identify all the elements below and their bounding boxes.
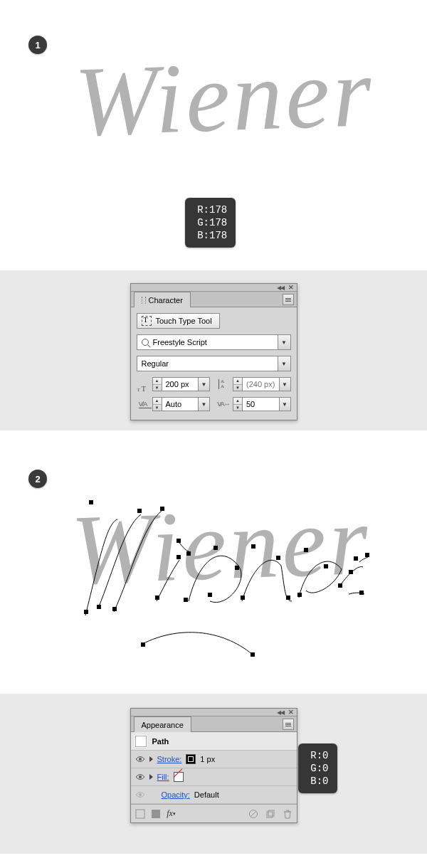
opacity-link[interactable]: Opacity: <box>162 790 190 799</box>
collapse-icon[interactable]: ◀◀ <box>277 285 284 291</box>
script-word: Wiener <box>73 34 376 159</box>
svg-rect-4 <box>152 810 160 818</box>
kerning-icon: V/A <box>137 398 149 411</box>
font-size-icon <box>137 378 149 391</box>
touch-type-icon <box>142 316 152 326</box>
disclosure-icon[interactable] <box>149 774 153 780</box>
opacity-value: Default <box>194 790 219 799</box>
kerning-combo[interactable]: ▲▼ Auto ▼ <box>152 397 211 411</box>
panel-titlebar[interactable]: ◀◀ ✕ <box>131 284 297 292</box>
disclosure-icon[interactable] <box>149 756 153 762</box>
chevron-down-icon[interactable]: ▼ <box>198 378 209 391</box>
visibility-icon[interactable] <box>135 754 145 764</box>
appearance-row-path[interactable]: Path <box>131 732 297 751</box>
panel-tabrow: Character <box>131 292 297 307</box>
font-size-value: 200 px <box>166 380 189 388</box>
appearance-row-fill[interactable]: Fill: <box>131 768 297 786</box>
rgb-b-label: B: <box>307 775 322 788</box>
rgb-g-label: G: <box>307 762 322 775</box>
traced-paths <box>57 502 370 672</box>
character-panel: ◀◀ ✕ Character Touch Type Tool Fre <box>130 283 297 420</box>
chevron-down-icon[interactable]: ▼ <box>278 356 290 371</box>
fill-link[interactable]: Fill: <box>157 773 169 781</box>
stepper-icon[interactable]: ▲▼ <box>153 398 162 411</box>
tracking-combo[interactable]: ▲▼ 50 ▼ <box>233 397 291 411</box>
tab-character[interactable]: Character <box>134 292 191 307</box>
touch-type-label: Touch Type Tool <box>156 317 212 325</box>
stroke-swatch[interactable] <box>186 754 196 764</box>
panel-menu-button[interactable] <box>283 719 294 730</box>
rgb-g-value: 0 <box>322 762 328 775</box>
close-icon[interactable]: ✕ <box>288 709 294 716</box>
tracking-value: 50 <box>246 400 255 408</box>
visibility-icon-dim[interactable] <box>135 790 145 800</box>
trash-icon[interactable] <box>283 809 292 819</box>
tab-label: Appearance <box>142 721 184 729</box>
stroke-link[interactable]: Stroke: <box>157 755 182 763</box>
new-fill-icon[interactable] <box>151 809 161 819</box>
chevron-down-icon[interactable]: ▼ <box>198 398 209 411</box>
tab-label: Character <box>149 296 183 305</box>
visibility-icon[interactable] <box>135 772 145 782</box>
svg-point-1 <box>139 776 142 778</box>
rgb-g-label: G: <box>194 216 209 229</box>
rgb-r-value: 178 <box>209 203 227 216</box>
chevron-down-icon[interactable]: ▼ <box>279 378 290 391</box>
rgb-tooltip-black: R:0 G:0 B:0 <box>298 743 337 793</box>
rgb-tooltip-gray: R:178 G:178 B:178 <box>185 198 236 248</box>
stepper-icon[interactable]: ▲▼ <box>233 398 243 411</box>
font-family-value: Freestyle Script <box>153 338 207 346</box>
fill-swatch-none[interactable] <box>174 772 184 782</box>
svg-rect-8 <box>268 810 274 816</box>
chevron-down-icon[interactable]: ▼ <box>279 398 290 411</box>
close-icon[interactable]: ✕ <box>288 284 294 291</box>
path-thumbnail <box>135 736 147 747</box>
chevron-down-icon[interactable]: ▼ <box>278 335 290 349</box>
font-size-combo[interactable]: ▲▼ 200 px ▼ <box>152 377 211 391</box>
step-badge-1: 1 <box>28 36 47 54</box>
rgb-r-label: R: <box>307 749 322 762</box>
touch-type-tool-button[interactable]: Touch Type Tool <box>137 313 220 329</box>
panel-titlebar[interactable]: ◀◀ ✕ <box>131 709 297 716</box>
svg-point-2 <box>139 793 142 796</box>
appearance-footer: fx▾ <box>131 804 297 822</box>
tab-grip-icon <box>142 297 146 304</box>
step1-canvas: 1 Wiener R:178 G:178 B:178 <box>0 0 427 270</box>
stroke-value: 1 px <box>200 755 215 763</box>
svg-line-6 <box>251 811 256 817</box>
character-panel-area: ◀◀ ✕ Character Touch Type Tool Fre <box>0 270 427 430</box>
svg-rect-7 <box>267 812 273 817</box>
step2-canvas: 2 Wiener <box>0 430 427 694</box>
tab-appearance[interactable]: Appearance <box>134 716 191 732</box>
appearance-row-stroke[interactable]: Stroke: 1 px <box>131 751 297 768</box>
search-icon <box>142 339 149 346</box>
duplicate-icon[interactable] <box>265 809 275 819</box>
appearance-panel: ◀◀ ✕ Appearance Path <box>130 708 297 823</box>
appearance-body: Path Stroke: 1 px Fill: <box>131 732 297 822</box>
stepper-icon[interactable]: ▲▼ <box>233 378 243 391</box>
leading-icon <box>217 378 230 391</box>
font-style-combo[interactable]: Regular ▼ <box>137 356 291 371</box>
stepper-icon[interactable]: ▲▼ <box>153 378 162 391</box>
fx-button[interactable]: fx▾ <box>167 809 176 819</box>
appearance-panel-area: ◀◀ ✕ Appearance Path <box>0 694 427 854</box>
leading-combo[interactable]: ▲▼ (240 px) ▼ <box>233 377 291 391</box>
appearance-row-opacity[interactable]: Opacity: Default <box>131 786 297 804</box>
rgb-g-value: 178 <box>209 216 227 229</box>
collapse-icon[interactable]: ◀◀ <box>277 709 284 716</box>
character-body: Touch Type Tool Freestyle Script ▼ Regul… <box>131 307 297 420</box>
svg-rect-3 <box>136 810 144 818</box>
new-stroke-icon[interactable] <box>135 809 145 819</box>
rgb-r-value: 0 <box>322 749 328 762</box>
panel-menu-button[interactable] <box>283 294 294 305</box>
kerning-value: Auto <box>166 400 182 408</box>
step-badge-2: 2 <box>28 470 47 488</box>
font-family-combo[interactable]: Freestyle Script ▼ <box>137 334 291 350</box>
leading-value: (240 px) <box>246 380 275 388</box>
panel-tabrow: Appearance <box>131 716 297 732</box>
svg-point-0 <box>139 758 142 761</box>
tracking-icon: VA↔ <box>217 398 230 411</box>
path-label: Path <box>152 737 169 746</box>
clear-appearance-icon[interactable] <box>248 809 258 819</box>
rgb-r-label: R: <box>194 203 209 216</box>
